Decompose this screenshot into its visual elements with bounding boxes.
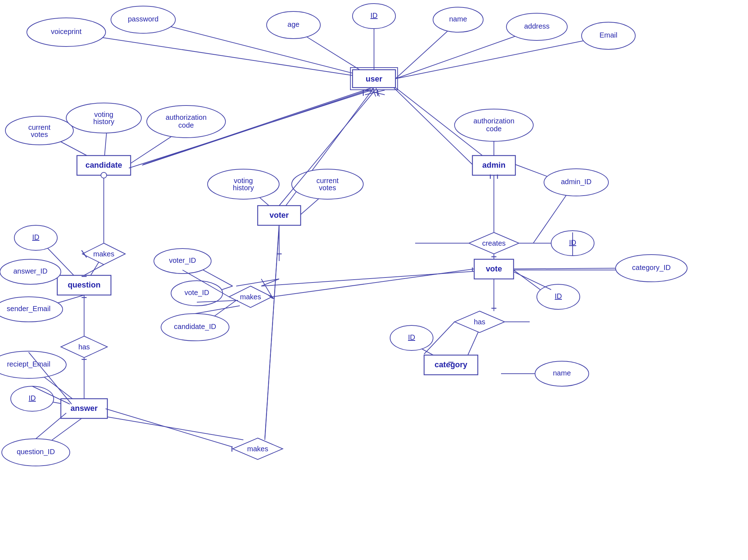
svg-line-67: [514, 268, 616, 269]
attr-email-label: Email: [599, 31, 617, 39]
svg-line-73: [106, 409, 233, 447]
entity-vote-label: vote: [486, 264, 502, 273]
entity-voter-label: voter: [269, 211, 289, 220]
svg-line-66: [514, 272, 551, 290]
svg-line-6: [395, 36, 608, 79]
svg-line-72: [36, 413, 66, 439]
entity-question-label: question: [68, 280, 101, 289]
relation-admin-creates-label: creates: [482, 239, 506, 247]
attr-question-id-a-label: question_ID: [17, 448, 55, 456]
attr-candidate-voting-history-label2: history: [93, 118, 115, 126]
attr-candidate-current-votes-label2: votes: [31, 131, 48, 138]
attr-name-label: name: [449, 15, 467, 23]
attr-voter-voting-history-label2: history: [233, 184, 254, 192]
svg-line-57: [272, 269, 474, 297]
entity-candidate-label: candidate: [86, 161, 122, 170]
attr-address-label: address: [524, 22, 549, 30]
relation-candidate-makes-label: makes: [93, 250, 115, 258]
relation-vote-has-label: has: [474, 318, 485, 326]
attr-category-id-label: ID: [408, 333, 415, 341]
attr-candidate-id-label: candidate_ID: [174, 323, 216, 331]
attr-vote-id-makes-label: vote_ID: [185, 289, 209, 297]
attr-candidate-current-votes-label: current: [28, 123, 51, 131]
attr-candidate-voting-history-label: voting: [94, 110, 113, 118]
attr-voter-id-label: voter_ID: [169, 256, 196, 265]
attr-admin-auth-code-label: authorization: [473, 117, 515, 125]
attr-voter-voting-history-label: voting: [234, 177, 253, 185]
attr-answer-id-label: ID: [29, 394, 36, 402]
entity-category-label: category: [434, 360, 467, 369]
attr-candidate-auth-code-label2: code: [178, 121, 194, 129]
attr-password-label: password: [128, 15, 159, 23]
attr-reciept-email-label: reciept_Email: [7, 360, 50, 368]
attr-question-id-label: ID: [32, 233, 39, 241]
relation-question-has-label: has: [78, 343, 90, 351]
entity-answer-label: answer: [71, 404, 98, 413]
attr-sender-email-label: sender_Email: [7, 305, 50, 313]
attr-voter-current-votes-label2: votes: [319, 184, 336, 192]
relation-answer-makes-label: makes: [247, 445, 268, 453]
attr-answer-id-q-label: answer_ID: [13, 267, 48, 275]
relation-voter-makes-label: makes: [240, 293, 261, 301]
svg-line-41: [106, 417, 243, 440]
entity-admin-label: admin: [482, 161, 506, 170]
attr-vote-id-label: ID: [555, 292, 562, 300]
attr-voiceprint-label: voiceprint: [51, 28, 82, 35]
attr-vote-category-id-label: category_ID: [632, 264, 671, 272]
participation-mark-circle: [101, 172, 107, 178]
attr-user-id-label: ID: [370, 11, 378, 19]
svg-line-50: [84, 265, 104, 275]
svg-line-74: [265, 225, 279, 438]
svg-line-56: [195, 306, 240, 314]
attr-admin-id-label: admin_ID: [561, 178, 592, 186]
attr-admin-auth-code-label2: code: [486, 125, 501, 133]
attr-category-name-label: name: [553, 369, 571, 377]
svg-line-23: [261, 270, 494, 286]
attr-candidate-auth-code-label: authorization: [166, 113, 207, 121]
attr-age-label: age: [287, 20, 299, 28]
er-diagram: user candidate voter admin vote question…: [0, 0, 748, 560]
attr-voter-current-votes-label: current: [316, 177, 339, 185]
entity-user-label: user: [366, 74, 383, 83]
